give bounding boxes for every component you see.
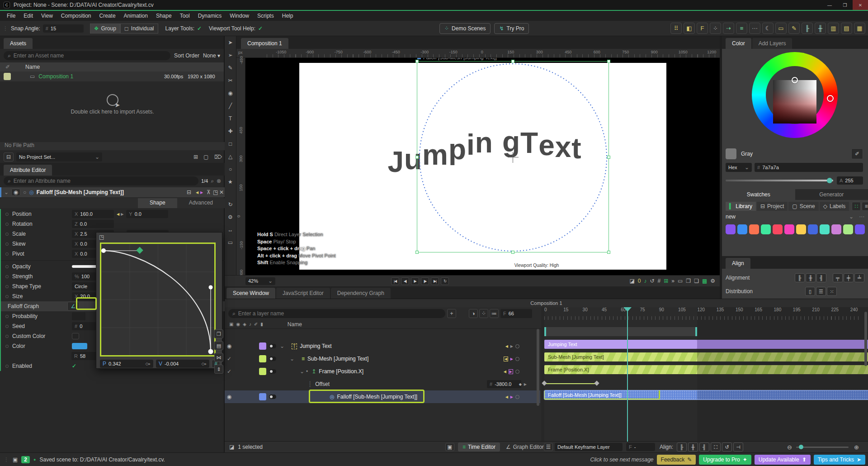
swatch-source-labels[interactable]: ◇Labels [820, 202, 849, 211]
eyedropper-icon[interactable]: ✐ [5, 64, 10, 70]
keyframe-layer-icon[interactable]: ☰ [544, 443, 553, 451]
step-icon[interactable]: ▸ [204, 361, 207, 366]
clear-search-icon[interactable]: ⊗ [217, 178, 221, 184]
layer-row-falloff[interactable]: ◉ ◎ Falloff [Sub-Mesh [Jumping Text]] ◀▶ [225, 390, 540, 403]
keyframe-align-button[interactable]: ╟ [677, 442, 687, 452]
graph-tool-button[interactable]: ⇕ [214, 365, 223, 374]
collapse-caret-icon[interactable]: ⌄ [4, 189, 9, 195]
align-h-button[interactable]: ╟ [795, 273, 805, 282]
viewport-toggle-icon[interactable]: ▭ [678, 278, 683, 284]
menu-item[interactable]: Composition [57, 13, 95, 19]
keyframe-align-button[interactable]: ╫ [688, 442, 698, 452]
playback-button[interactable]: ▶ [411, 277, 419, 285]
viewport-canvas-zone[interactable]: JumpingText Viewport Quality: High Fallo… [245, 58, 720, 275]
viewport-toggle-icon[interactable]: ⊞ [664, 278, 668, 284]
distribute-button[interactable]: ⁙ [827, 287, 837, 296]
editor-tab[interactable]: JavaScript Editor [276, 288, 330, 299]
tab-assets[interactable]: Assets [4, 38, 33, 49]
current-frame-field[interactable]: F66 [500, 309, 532, 318]
layer-color-chip[interactable] [259, 342, 266, 350]
tracks-scrollbar[interactable] [864, 312, 867, 366]
keyframe-diamond[interactable] [594, 380, 599, 385]
menu-item[interactable]: Window [226, 13, 253, 19]
tab-generator[interactable]: Generator [795, 189, 868, 200]
color-swatch[interactable] [737, 224, 747, 234]
viewport-tool[interactable]: ★ [226, 177, 235, 186]
attribute-header[interactable]: ⌄ ◉ ○ ◎ Falloff [Sub-Mesh [Jumping Text]… [0, 187, 225, 197]
color-swatch[interactable] [749, 224, 759, 234]
find-icon[interactable]: ⌕ [211, 178, 214, 184]
viewport-tool[interactable]: T [226, 114, 235, 123]
rotation-z-field[interactable]: Z0.0 [72, 220, 114, 228]
viewport-tool[interactable]: ↔ [226, 225, 235, 234]
handle[interactable] [415, 251, 419, 254]
stopwatch-icon[interactable] [515, 357, 519, 361]
layer-row-sub-mesh[interactable]: ✓ ⌄ ≡ Sub-Mesh [Jumping Text] ◀▶ [225, 352, 540, 365]
layer-color-chip[interactable] [259, 368, 266, 375]
color-swatch[interactable] [761, 224, 771, 234]
layer-name[interactable]: Sub-Mesh [Jumping Text] [307, 356, 368, 362]
keyframe-next-icon[interactable]: ▶ [510, 357, 513, 361]
viewport-toggle-icon[interactable]: ♪ [644, 278, 647, 284]
toolbar-icon[interactable]: ▤ [841, 23, 852, 34]
menu-item[interactable]: Animation [120, 13, 152, 19]
step-icon[interactable]: ▸ [148, 361, 151, 366]
viewport-tool[interactable]: ╱ [226, 101, 235, 110]
viewport-toggle-icon[interactable]: # [658, 278, 661, 284]
eye-icon[interactable]: ◉ [225, 394, 234, 400]
swatch-source-project[interactable]: ⊟Project [757, 202, 788, 211]
toolbar-icon[interactable]: ◧ [684, 23, 695, 34]
layer-header-icon[interactable]: ▮ [260, 322, 263, 327]
try-pro-button[interactable]: ↯ Try Pro [494, 23, 529, 34]
align-v-button[interactable]: ╤ [833, 273, 843, 282]
assets-empty-hint[interactable]: ➤ Double click here to import Assets. [0, 94, 225, 115]
graph-tool-button[interactable]: ❐ [214, 329, 223, 338]
layer-header-icon[interactable]: ◉ [236, 322, 240, 327]
viewport-toggle-icon[interactable]: ⚙ [710, 278, 715, 284]
toolbar-icon[interactable]: ⠿ [670, 23, 682, 34]
track-bar-frame[interactable]: Frame [Position.X] [544, 365, 868, 374]
layer-name[interactable]: Frame [Position.X] [319, 368, 363, 375]
keyframe-align-button[interactable]: ╢ [699, 442, 709, 452]
viewport-toggle-icon[interactable]: ↺ [650, 278, 655, 284]
toolbar-icon[interactable]: ≡ [736, 23, 747, 34]
close-icon[interactable]: ✕ [219, 189, 224, 195]
layer-color-chip[interactable] [259, 393, 266, 400]
layout-icon[interactable]: ⊟ [187, 189, 191, 195]
individual-mode-button[interactable]: ◻ Individual [120, 24, 158, 33]
color-swatch[interactable] [72, 343, 87, 349]
pin-icon[interactable]: ⊼ [207, 189, 211, 195]
viewport-tool[interactable]: ↻ [226, 200, 235, 209]
keyframe-next-icon[interactable]: ▶ [524, 382, 527, 386]
tab-composition-1[interactable]: Composition 1 [241, 38, 288, 49]
layer-row-jumping-text[interactable]: ◉ ⌄ T Jumping Text ◀▶ [225, 340, 540, 352]
project-select[interactable]: No Project Set... ⌄ [16, 152, 102, 162]
list-view-button[interactable]: ≡ [862, 202, 868, 211]
close-button[interactable]: ✕ [853, 0, 868, 10]
track-bar-falloff[interactable]: Falloff [Sub-Mesh [Jumping Text]] [544, 390, 868, 399]
zoom-select[interactable]: 42%⌄ [245, 277, 275, 285]
tab-add-layers[interactable]: Add Layers [752, 38, 793, 49]
circle-icon[interactable]: ○ [23, 189, 26, 195]
graph-editor-tab[interactable]: ∠ Graph Editor [501, 442, 548, 452]
handle[interactable] [415, 156, 419, 159]
handle[interactable] [511, 251, 514, 254]
tips-and-tricks-button[interactable]: Tips and Tricks➤ [814, 455, 865, 465]
footer-frame-field[interactable]: F- [626, 443, 655, 451]
color-swatch[interactable] [726, 224, 736, 234]
playback-button[interactable]: ↻ [441, 277, 449, 285]
viewport-tool[interactable]: ✂ [226, 76, 235, 85]
comp-icon[interactable]: ▢ [203, 154, 208, 160]
menu-item[interactable]: Help [278, 13, 297, 19]
playback-button[interactable]: ◀| [401, 277, 409, 285]
layer-list-scrollbar[interactable] [537, 329, 539, 406]
keyframe-align-button[interactable]: ↺ [722, 442, 732, 452]
color-swatch[interactable] [855, 224, 865, 234]
asset-name[interactable]: Composition 1 [38, 73, 73, 80]
layer-color-chip[interactable] [259, 355, 266, 362]
toolbar-icon[interactable]: ▭ [775, 23, 787, 34]
track-bar-jumping-text[interactable]: Jumping Text [544, 340, 868, 349]
keyframe-next-icon[interactable]: ▶ [121, 212, 123, 216]
eye-icon[interactable]: ◉ [11, 189, 20, 196]
align-v-button[interactable]: ╧ [854, 273, 864, 282]
